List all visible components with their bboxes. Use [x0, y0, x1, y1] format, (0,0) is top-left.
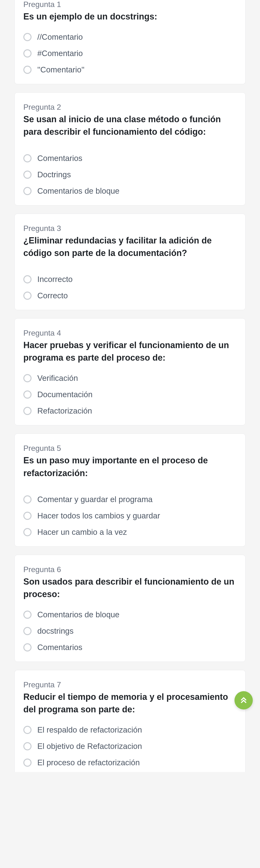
radio-icon[interactable] [23, 391, 32, 399]
option-item[interactable]: El proceso de refactorización [23, 758, 237, 767]
option-label: El proceso de refactorización [37, 758, 140, 767]
option-label: Hacer un cambio a la vez [37, 528, 127, 537]
question-number: Pregunta 6 [23, 565, 237, 574]
question-card: Pregunta 2 Se usan al inicio de una clas… [15, 92, 245, 205]
question-card: Pregunta 4 Hacer pruebas y verificar el … [15, 318, 245, 425]
option-item[interactable]: ''Comentario'' [23, 65, 237, 74]
option-list: Comentarios de bloque docstrings Comenta… [23, 610, 237, 652]
radio-icon[interactable] [23, 187, 32, 195]
option-item[interactable]: Comentarios de bloque [23, 610, 237, 619]
question-text: Reducir el tiempo de memoria y el proces… [23, 691, 237, 716]
option-item[interactable]: Comentarios [23, 643, 237, 652]
option-label: El objetivo de Refactorizacion [37, 742, 142, 751]
option-item[interactable]: Comentarios de bloque [23, 186, 237, 195]
option-item[interactable]: //Comentario [23, 32, 237, 42]
question-card: Pregunta 7 Reducir el tiempo de memoria … [15, 670, 245, 772]
option-item[interactable]: El objetivo de Refactorizacion [23, 742, 237, 751]
question-number: Pregunta 2 [23, 103, 237, 112]
option-item[interactable]: Hacer todos los cambios y guardar [23, 511, 237, 520]
option-item[interactable]: Incorrecto [23, 275, 237, 284]
question-number: Pregunta 4 [23, 329, 237, 338]
question-text: Son usados para describir el funcionamie… [23, 576, 237, 600]
radio-icon[interactable] [23, 726, 32, 734]
option-label: ''Comentario'' [37, 65, 85, 74]
question-text: Se usan al inicio de una clase método o … [23, 113, 237, 138]
radio-icon[interactable] [23, 275, 32, 283]
radio-icon[interactable] [23, 33, 32, 41]
question-text: ¿Eliminar redundacias y facilitar la adi… [23, 234, 237, 259]
radio-icon[interactable] [23, 742, 32, 750]
radio-icon[interactable] [23, 643, 32, 651]
option-list: //Comentario #Comentario ''Comentario'' [23, 32, 237, 74]
question-number: Pregunta 5 [23, 444, 237, 453]
option-item[interactable]: Refactorización [23, 406, 237, 415]
radio-icon[interactable] [23, 611, 32, 619]
radio-icon[interactable] [23, 512, 32, 520]
option-label: Incorrecto [37, 275, 73, 284]
option-item[interactable]: #Comentario [23, 49, 237, 58]
option-label: Comentarios [37, 643, 82, 652]
radio-icon[interactable] [23, 154, 32, 162]
radio-icon[interactable] [23, 528, 32, 536]
option-label: Refactorización [37, 406, 92, 415]
option-label: El respaldo de refactorización [37, 725, 142, 735]
question-number: Pregunta 3 [23, 224, 237, 233]
question-card: Pregunta 5 Es un paso muy importante en … [15, 434, 245, 546]
radio-icon[interactable] [23, 495, 32, 503]
option-list: Comentar y guardar el programa Hacer tod… [23, 495, 237, 537]
radio-icon[interactable] [23, 627, 32, 635]
option-item[interactable]: Comentarios [23, 154, 237, 163]
question-card: Pregunta 3 ¿Eliminar redundacias y facil… [15, 214, 245, 310]
radio-icon[interactable] [23, 407, 32, 415]
option-item[interactable]: Correcto [23, 291, 237, 300]
option-item[interactable]: Doctrings [23, 170, 237, 179]
option-label: Doctrings [37, 170, 71, 179]
option-item[interactable]: docstrings [23, 626, 237, 636]
option-label: Documentación [37, 390, 92, 399]
question-text: Es un ejemplo de un docstrings: [23, 10, 237, 23]
radio-icon[interactable] [23, 374, 32, 382]
chevron-double-up-icon [239, 696, 248, 705]
radio-icon[interactable] [23, 291, 32, 300]
option-list: El respaldo de refactorización El objeti… [23, 725, 237, 767]
scroll-top-button[interactable] [234, 691, 253, 709]
option-label: Correcto [37, 291, 68, 300]
option-label: Comentarios de bloque [37, 186, 119, 195]
option-label: Hacer todos los cambios y guardar [37, 511, 160, 520]
option-list: Verificación Documentación Refactorizaci… [23, 374, 237, 415]
option-label: #Comentario [37, 49, 83, 58]
question-text: Es un paso muy importante en el proceso … [23, 454, 237, 479]
question-number: Pregunta 1 [23, 0, 237, 9]
option-item[interactable]: El respaldo de refactorización [23, 725, 237, 735]
question-card: Pregunta 1 Es un ejemplo de un docstring… [15, 0, 245, 84]
quiz-page: Pregunta 1 Es un ejemplo de un docstring… [0, 0, 260, 786]
question-text: Hacer pruebas y verificar el funcionamie… [23, 339, 237, 364]
question-card: Pregunta 6 Son usados para describir el … [15, 555, 245, 662]
radio-icon[interactable] [23, 170, 32, 179]
option-list: Comentarios Doctrings Comentarios de blo… [23, 154, 237, 195]
option-item[interactable]: Verificación [23, 374, 237, 383]
radio-icon[interactable] [23, 758, 32, 767]
option-item[interactable]: Hacer un cambio a la vez [23, 528, 237, 537]
radio-icon[interactable] [23, 49, 32, 58]
question-number: Pregunta 7 [23, 680, 237, 689]
radio-icon[interactable] [23, 66, 32, 74]
option-label: Comentarios de bloque [37, 610, 119, 619]
option-list: Incorrecto Correcto [23, 275, 237, 300]
option-item[interactable]: Documentación [23, 390, 237, 399]
option-label: docstrings [37, 626, 74, 636]
option-label: Verificación [37, 374, 78, 383]
option-label: Comentarios [37, 154, 82, 163]
option-label: Comentar y guardar el programa [37, 495, 153, 504]
option-label: //Comentario [37, 32, 83, 42]
option-item[interactable]: Comentar y guardar el programa [23, 495, 237, 504]
